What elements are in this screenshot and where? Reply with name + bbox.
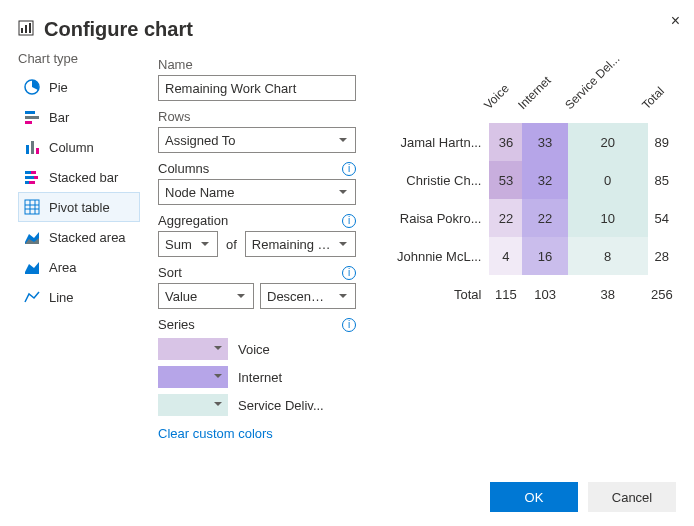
series-color-swatch[interactable] xyxy=(158,338,228,360)
pivot-cell: 22 xyxy=(489,199,522,237)
pivot-cell: 16 xyxy=(522,237,568,275)
chart-type-panel: Chart type PieBarColumnStacked barPivot … xyxy=(18,49,140,441)
clear-custom-colors-link[interactable]: Clear custom colors xyxy=(158,426,356,441)
chart-type-pivot[interactable]: Pivot table xyxy=(18,192,140,222)
chart-type-stackedarea[interactable]: Stacked area xyxy=(18,222,140,252)
chart-type-bar[interactable]: Bar xyxy=(18,102,140,132)
chart-type-label: Pivot table xyxy=(49,200,110,215)
pivot-cell: 22 xyxy=(522,199,568,237)
svg-rect-5 xyxy=(25,111,35,114)
series-row: Voice xyxy=(158,338,356,360)
chart-type-label: Stacked bar xyxy=(49,170,118,185)
rows-label: Rows xyxy=(158,109,356,124)
pivot-row-header: Total xyxy=(386,275,489,313)
pivot-cell: 53 xyxy=(489,161,522,199)
chart-type-stackedbar[interactable]: Stacked bar xyxy=(18,162,140,192)
stackedbar-chart-icon xyxy=(23,168,41,186)
stackedarea-chart-icon xyxy=(23,228,41,246)
pivot-cell: 85 xyxy=(648,161,676,199)
column-chart-icon xyxy=(23,138,41,156)
pivot-cell: 89 xyxy=(648,123,676,161)
chart-type-label: Bar xyxy=(49,110,69,125)
chart-type-label: Pie xyxy=(49,80,68,95)
aggregation-func-select[interactable]: Sum xyxy=(158,231,218,257)
info-icon[interactable]: i xyxy=(342,214,356,228)
sort-dir-select[interactable]: Descending xyxy=(260,283,356,309)
config-form: Name Remaining Work Chart Rows Assigned … xyxy=(140,49,356,441)
series-label: Voice xyxy=(238,342,270,357)
pivot-cell: 36 xyxy=(489,123,522,161)
sort-by-select[interactable]: Value xyxy=(158,283,254,309)
chart-type-pie[interactable]: Pie xyxy=(18,72,140,102)
info-icon[interactable]: i xyxy=(342,318,356,332)
columns-label: Columns i xyxy=(158,161,356,176)
info-icon[interactable]: i xyxy=(342,162,356,176)
series-label: Internet xyxy=(238,370,282,385)
pivot-cell: 54 xyxy=(648,199,676,237)
pivot-cell: 33 xyxy=(522,123,568,161)
pivot-col-header: Internet xyxy=(522,85,568,123)
pivot-table: VoiceInternetService Del...TotalJamal Ha… xyxy=(386,85,676,313)
series-list: VoiceInternetService Deliv... xyxy=(158,338,356,416)
chart-preview: VoiceInternetService Del...TotalJamal Ha… xyxy=(356,49,676,441)
svg-rect-17 xyxy=(25,200,39,214)
pivot-cell: 115 xyxy=(489,275,522,313)
close-button[interactable]: × xyxy=(667,8,684,34)
pivot-cell: 256 xyxy=(648,275,676,313)
info-icon[interactable]: i xyxy=(342,266,356,280)
series-row: Service Deliv... xyxy=(158,394,356,416)
pivot-row-header: Jamal Hartn... xyxy=(386,123,489,161)
line-chart-icon xyxy=(23,288,41,306)
pivot-row-header: Johnnie McL... xyxy=(386,237,489,275)
svg-rect-11 xyxy=(25,171,31,174)
pivot-col-header: Service Del... xyxy=(568,85,648,123)
dialog-title: Configure chart xyxy=(44,18,193,41)
pie-chart-icon xyxy=(23,78,41,96)
dialog-buttons: OK Cancel xyxy=(490,482,676,512)
pivot-cell: 32 xyxy=(522,161,568,199)
chart-type-line[interactable]: Line xyxy=(18,282,140,312)
svg-rect-14 xyxy=(34,176,38,179)
svg-rect-2 xyxy=(25,25,27,33)
svg-rect-6 xyxy=(25,116,39,119)
svg-rect-12 xyxy=(31,171,36,174)
cancel-button[interactable]: Cancel xyxy=(588,482,676,512)
pivot-cell: 0 xyxy=(568,161,648,199)
dialog-header: Configure chart xyxy=(0,0,694,49)
series-color-swatch[interactable] xyxy=(158,366,228,388)
chart-type-label: Line xyxy=(49,290,74,305)
pivot-cell: 4 xyxy=(489,237,522,275)
chart-type-list: PieBarColumnStacked barPivot tableStacke… xyxy=(18,72,140,312)
svg-rect-7 xyxy=(25,121,32,124)
chart-type-label: Column xyxy=(49,140,94,155)
rows-select[interactable]: Assigned To xyxy=(158,127,356,153)
columns-select[interactable]: Node Name xyxy=(158,179,356,205)
svg-rect-3 xyxy=(29,23,31,33)
aggregation-field-select[interactable]: Remaining Work xyxy=(245,231,356,257)
svg-rect-9 xyxy=(31,141,34,154)
svg-rect-15 xyxy=(25,181,29,184)
sort-label: Sort i xyxy=(158,265,356,280)
aggregation-of-label: of xyxy=(224,237,239,252)
chart-type-label: Stacked area xyxy=(49,230,126,245)
pivot-col-header: Total xyxy=(648,85,676,123)
series-row: Internet xyxy=(158,366,356,388)
pivot-chart-icon xyxy=(23,198,41,216)
chart-type-label: Area xyxy=(49,260,76,275)
chart-type-column[interactable]: Column xyxy=(18,132,140,162)
svg-rect-13 xyxy=(25,176,34,179)
svg-rect-10 xyxy=(36,148,39,154)
ok-button[interactable]: OK xyxy=(490,482,578,512)
chart-config-icon xyxy=(18,20,34,39)
series-label: Service Deliv... xyxy=(238,398,324,413)
series-label: Series i xyxy=(158,317,356,332)
chart-type-area[interactable]: Area xyxy=(18,252,140,282)
name-input[interactable]: Remaining Work Chart xyxy=(158,75,356,101)
aggregation-label: Aggregation i xyxy=(158,213,356,228)
name-label: Name xyxy=(158,57,356,72)
series-color-swatch[interactable] xyxy=(158,394,228,416)
area-chart-icon xyxy=(23,258,41,276)
pivot-row-header: Christie Ch... xyxy=(386,161,489,199)
pivot-cell: 38 xyxy=(568,275,648,313)
bar-chart-icon xyxy=(23,108,41,126)
